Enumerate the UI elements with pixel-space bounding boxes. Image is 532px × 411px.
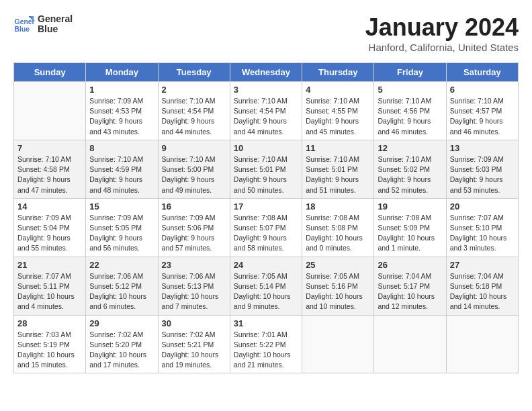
day-info: Sunrise: 7:03 AM Sunset: 5:19 PM Dayligh… (17, 330, 82, 371)
day-number: 30 (162, 318, 226, 328)
sunset-label: Sunset: 5:18 PM (450, 282, 502, 290)
daylight-label: Daylight: 10 hours and 4 minutes. (17, 292, 75, 310)
day-number: 23 (162, 260, 226, 270)
day-number: 1 (89, 85, 154, 95)
day-info: Sunrise: 7:08 AM Sunset: 5:08 PM Dayligh… (306, 213, 370, 254)
calendar-cell: 25 Sunrise: 7:05 AM Sunset: 5:16 PM Dayl… (302, 257, 374, 315)
sunrise-label: Sunrise: 7:04 AM (450, 272, 504, 280)
calendar-cell: 19 Sunrise: 7:08 AM Sunset: 5:09 PM Dayl… (374, 198, 446, 257)
sunrise-label: Sunrise: 7:10 AM (306, 97, 359, 105)
weekday-header-thursday: Thursday (302, 63, 374, 82)
sunset-label: Sunset: 5:01 PM (306, 165, 358, 173)
day-info: Sunrise: 7:05 AM Sunset: 5:16 PM Dayligh… (306, 271, 370, 312)
sunrise-label: Sunrise: 7:07 AM (17, 272, 71, 280)
day-info: Sunrise: 7:10 AM Sunset: 4:54 PM Dayligh… (234, 96, 298, 137)
day-info: Sunrise: 7:08 AM Sunset: 5:07 PM Dayligh… (234, 213, 298, 254)
day-number: 15 (89, 201, 154, 212)
daylight-label: Daylight: 10 hours and 10 minutes. (306, 292, 363, 310)
calendar-cell: 30 Sunrise: 7:02 AM Sunset: 5:21 PM Dayl… (158, 315, 230, 373)
day-info: Sunrise: 7:10 AM Sunset: 4:57 PM Dayligh… (450, 96, 515, 137)
sunrise-label: Sunrise: 7:09 AM (450, 155, 504, 163)
calendar-cell: 1 Sunrise: 7:09 AM Sunset: 4:53 PM Dayli… (86, 82, 158, 140)
calendar-cell (14, 82, 86, 140)
calendar-cell: 11 Sunrise: 7:10 AM Sunset: 5:01 PM Dayl… (302, 140, 374, 198)
calendar-cell: 18 Sunrise: 7:08 AM Sunset: 5:08 PM Dayl… (302, 198, 374, 257)
day-info: Sunrise: 7:09 AM Sunset: 5:03 PM Dayligh… (450, 154, 515, 195)
calendar-cell: 8 Sunrise: 7:10 AM Sunset: 4:59 PM Dayli… (86, 140, 158, 198)
calendar-cell: 3 Sunrise: 7:10 AM Sunset: 4:54 PM Dayli… (230, 82, 302, 140)
logo-text: General Blue (38, 14, 73, 35)
calendar-cell: 12 Sunrise: 7:10 AM Sunset: 5:02 PM Dayl… (374, 140, 446, 198)
sunrise-label: Sunrise: 7:10 AM (306, 155, 359, 163)
calendar-cell: 16 Sunrise: 7:09 AM Sunset: 5:06 PM Dayl… (158, 198, 230, 257)
sunset-label: Sunset: 5:20 PM (89, 340, 142, 349)
day-info: Sunrise: 7:10 AM Sunset: 4:58 PM Dayligh… (17, 154, 82, 195)
calendar-cell (374, 315, 446, 373)
daylight-label: Daylight: 9 hours and 49 minutes. (162, 175, 215, 193)
sunset-label: Sunset: 5:03 PM (450, 165, 502, 173)
weekday-header-monday: Monday (86, 63, 158, 82)
daylight-label: Daylight: 9 hours and 56 minutes. (89, 234, 142, 252)
sunrise-label: Sunrise: 7:01 AM (234, 330, 287, 338)
day-number: 13 (450, 143, 515, 153)
calendar-cell: 26 Sunrise: 7:04 AM Sunset: 5:17 PM Dayl… (374, 257, 446, 315)
sunrise-label: Sunrise: 7:10 AM (378, 97, 431, 105)
day-number: 5 (378, 85, 442, 95)
logo: General Blue General Blue (13, 13, 73, 35)
calendar-cell: 29 Sunrise: 7:02 AM Sunset: 5:20 PM Dayl… (86, 315, 158, 373)
day-info: Sunrise: 7:02 AM Sunset: 5:20 PM Dayligh… (89, 330, 154, 371)
sunrise-label: Sunrise: 7:05 AM (306, 272, 359, 280)
daylight-label: Daylight: 10 hours and 3 minutes. (450, 234, 507, 252)
logo-line2: Blue (38, 24, 73, 34)
day-number: 2 (162, 85, 226, 95)
daylight-label: Daylight: 9 hours and 48 minutes. (89, 175, 142, 193)
sunset-label: Sunset: 4:53 PM (89, 107, 142, 115)
week-row-4: 21 Sunrise: 7:07 AM Sunset: 5:11 PM Dayl… (14, 257, 519, 315)
week-row-2: 7 Sunrise: 7:10 AM Sunset: 4:58 PM Dayli… (14, 140, 519, 198)
sunset-label: Sunset: 5:19 PM (17, 340, 70, 349)
title-block: January 2024 Hanford, California, United… (13, 13, 519, 53)
sunrise-label: Sunrise: 7:10 AM (234, 97, 287, 105)
daylight-label: Daylight: 9 hours and 53 minutes. (450, 175, 503, 193)
daylight-label: Daylight: 9 hours and 58 minutes. (234, 234, 287, 252)
calendar-cell: 4 Sunrise: 7:10 AM Sunset: 4:55 PM Dayli… (302, 82, 374, 140)
sunset-label: Sunset: 5:06 PM (162, 224, 214, 232)
day-number: 22 (89, 260, 154, 270)
location: Hanford, California, United States (13, 42, 519, 53)
calendar-cell: 22 Sunrise: 7:06 AM Sunset: 5:12 PM Dayl… (86, 257, 158, 315)
calendar-cell: 2 Sunrise: 7:10 AM Sunset: 4:54 PM Dayli… (158, 82, 230, 140)
sunrise-label: Sunrise: 7:08 AM (306, 214, 359, 222)
calendar-cell: 23 Sunrise: 7:06 AM Sunset: 5:13 PM Dayl… (158, 257, 230, 315)
day-info: Sunrise: 7:10 AM Sunset: 5:00 PM Dayligh… (162, 154, 226, 195)
sunset-label: Sunset: 5:07 PM (234, 224, 286, 232)
day-number: 7 (17, 143, 82, 153)
day-info: Sunrise: 7:07 AM Sunset: 5:10 PM Dayligh… (450, 213, 515, 254)
sunset-label: Sunset: 5:05 PM (89, 224, 142, 232)
daylight-label: Daylight: 9 hours and 57 minutes. (162, 234, 215, 252)
sunrise-label: Sunrise: 7:09 AM (162, 214, 216, 222)
sunset-label: Sunset: 5:11 PM (17, 282, 70, 290)
daylight-label: Daylight: 10 hours and 21 minutes. (234, 351, 291, 369)
svg-text:Blue: Blue (15, 26, 30, 33)
day-info: Sunrise: 7:10 AM Sunset: 5:02 PM Dayligh… (378, 154, 442, 195)
daylight-label: Daylight: 10 hours and 15 minutes. (17, 351, 75, 369)
calendar-cell: 15 Sunrise: 7:09 AM Sunset: 5:05 PM Dayl… (86, 198, 158, 257)
day-number: 28 (17, 318, 82, 328)
day-info: Sunrise: 7:10 AM Sunset: 4:54 PM Dayligh… (162, 96, 226, 137)
day-number: 17 (234, 201, 298, 212)
sunset-label: Sunset: 4:57 PM (450, 107, 502, 115)
daylight-label: Daylight: 9 hours and 46 minutes. (378, 117, 431, 135)
weekday-header-wednesday: Wednesday (230, 63, 302, 82)
logo-icon: General Blue (13, 13, 35, 35)
day-number: 20 (450, 201, 515, 212)
daylight-label: Daylight: 10 hours and 19 minutes. (162, 351, 219, 369)
daylight-label: Daylight: 10 hours and 17 minutes. (89, 351, 146, 369)
sunrise-label: Sunrise: 7:09 AM (17, 214, 71, 222)
month-title: January 2024 (13, 13, 519, 42)
calendar-cell (302, 315, 374, 373)
day-info: Sunrise: 7:10 AM Sunset: 4:55 PM Dayligh… (306, 96, 370, 137)
sunset-label: Sunset: 4:56 PM (378, 107, 430, 115)
day-number: 4 (306, 85, 370, 95)
sunset-label: Sunset: 5:14 PM (234, 282, 286, 290)
day-number: 25 (306, 260, 370, 270)
